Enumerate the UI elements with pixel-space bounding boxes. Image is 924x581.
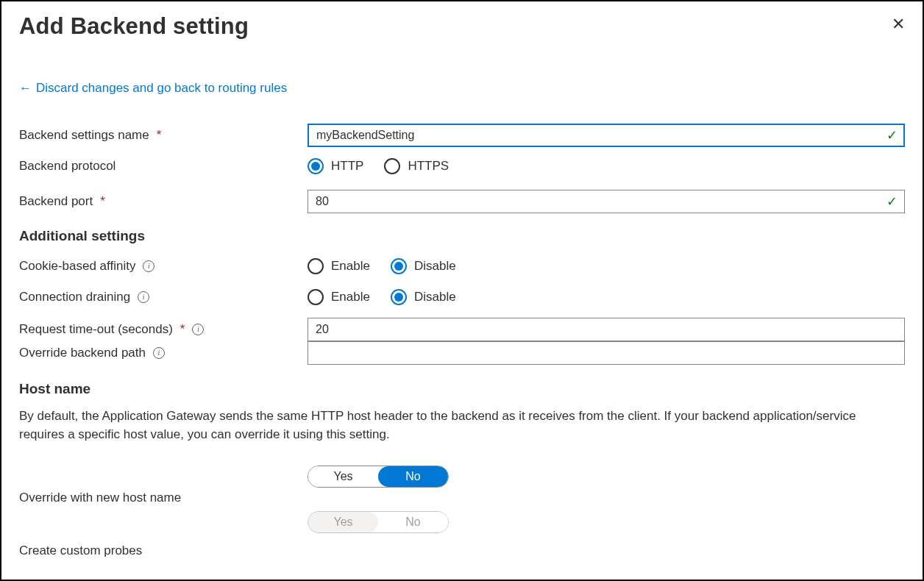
- label-text: Backend port: [19, 194, 93, 209]
- info-icon[interactable]: i: [192, 324, 204, 335]
- row-override-hostname: Override with new host name Yes No Yes N…: [19, 466, 905, 533]
- label-text: Backend protocol: [19, 159, 115, 174]
- discard-back-link[interactable]: ← Discard changes and go back to routing…: [19, 81, 287, 96]
- radio-circle-icon: [308, 158, 324, 174]
- field-override-hostname: Yes No Yes No: [308, 466, 449, 533]
- radio-circle-icon: [391, 289, 407, 305]
- radio-http[interactable]: HTTP: [308, 158, 363, 174]
- protocol-radio-group: HTTP HTTPS: [308, 158, 449, 174]
- radio-circle-icon: [308, 289, 324, 305]
- label-text: Request time-out (seconds): [19, 322, 173, 337]
- label-backend-protocol: Backend protocol: [19, 159, 308, 174]
- row-backend-settings-name: Backend settings name * ✓: [19, 124, 905, 147]
- label-override-hostname: Override with new host name: [19, 466, 308, 505]
- connection-draining-radio-group: Enable Disable: [308, 289, 456, 305]
- row-cookie-affinity: Cookie-based affinity i Enable Disable: [19, 254, 905, 278]
- radio-label: Disable: [414, 290, 456, 304]
- label-text: Override with new host name: [19, 491, 181, 505]
- label-create-custom-probes: Create custom probes: [19, 543, 905, 558]
- row-backend-protocol: Backend protocol HTTP HTTPS: [19, 154, 905, 178]
- panel-title: Add Backend setting: [19, 13, 249, 40]
- arrow-left-icon: ←: [19, 81, 32, 96]
- field-request-timeout: [308, 318, 905, 341]
- field-backend-settings-name: ✓: [308, 124, 905, 147]
- toggle-no: No: [378, 512, 448, 532]
- request-timeout-input[interactable]: [308, 318, 905, 341]
- info-icon[interactable]: i: [153, 347, 165, 359]
- label-text: Override backend path: [19, 346, 146, 360]
- toggle-yes: Yes: [308, 512, 378, 532]
- label-cookie-affinity: Cookie-based affinity i: [19, 259, 308, 274]
- label-request-timeout: Request time-out (seconds) * i: [19, 322, 308, 337]
- panel-header: Add Backend setting ✕: [19, 9, 905, 81]
- label-backend-settings-name: Backend settings name *: [19, 128, 308, 143]
- field-backend-protocol: HTTP HTTPS: [308, 158, 905, 174]
- toggle-yes[interactable]: Yes: [308, 466, 378, 487]
- field-connection-draining: Enable Disable: [308, 289, 905, 305]
- info-icon[interactable]: i: [138, 291, 149, 303]
- section-host-name: Host name: [19, 381, 905, 397]
- radio-label: HTTP: [331, 159, 363, 174]
- field-backend-port: ✓: [308, 190, 905, 213]
- info-icon[interactable]: i: [143, 260, 154, 272]
- radio-label: Disable: [414, 259, 456, 274]
- row-connection-draining: Connection draining i Enable Disable: [19, 285, 905, 309]
- close-icon[interactable]: ✕: [892, 16, 905, 32]
- add-backend-setting-panel: Add Backend setting ✕ ← Discard changes …: [0, 0, 924, 581]
- label-text: Cookie-based affinity: [19, 259, 135, 274]
- override-hostname-toggle[interactable]: Yes No: [308, 466, 449, 488]
- label-override-backend-path: Override backend path i: [19, 346, 308, 360]
- required-mark: *: [100, 194, 105, 209]
- required-mark: *: [180, 322, 185, 337]
- label-connection-draining: Connection draining i: [19, 290, 308, 304]
- backend-settings-name-input[interactable]: [308, 124, 905, 147]
- label-text: Connection draining: [19, 290, 130, 304]
- label-backend-port: Backend port *: [19, 194, 308, 209]
- radio-circle-icon: [308, 258, 324, 274]
- radio-label: Enable: [331, 290, 370, 304]
- field-cookie-affinity: Enable Disable: [308, 258, 905, 274]
- radio-label: HTTPS: [408, 159, 449, 174]
- radio-enable[interactable]: Enable: [308, 258, 370, 274]
- required-mark: *: [157, 128, 162, 143]
- radio-disable[interactable]: Disable: [391, 258, 456, 274]
- radio-circle-icon: [384, 158, 400, 174]
- field-override-backend-path: [308, 341, 905, 365]
- cookie-affinity-radio-group: Enable Disable: [308, 258, 456, 274]
- label-text: Backend settings name: [19, 128, 149, 143]
- hostname-description: By default, the Application Gateway send…: [19, 407, 887, 443]
- row-backend-port: Backend port * ✓: [19, 190, 905, 213]
- radio-enable[interactable]: Enable: [308, 289, 370, 305]
- radio-disable[interactable]: Disable: [391, 289, 456, 305]
- radio-https[interactable]: HTTPS: [384, 158, 449, 174]
- radio-circle-icon: [391, 258, 407, 274]
- row-override-backend-path: Override backend path i: [19, 341, 905, 365]
- toggle-no[interactable]: No: [378, 466, 448, 487]
- backend-port-input[interactable]: [308, 190, 905, 213]
- radio-label: Enable: [331, 259, 370, 274]
- section-additional-settings: Additional settings: [19, 228, 905, 244]
- back-link-text: Discard changes and go back to routing r…: [36, 81, 287, 96]
- override-backend-path-input[interactable]: [308, 341, 905, 365]
- row-request-timeout: Request time-out (seconds) * i: [19, 318, 905, 341]
- create-custom-probes-toggle: Yes No: [308, 511, 449, 533]
